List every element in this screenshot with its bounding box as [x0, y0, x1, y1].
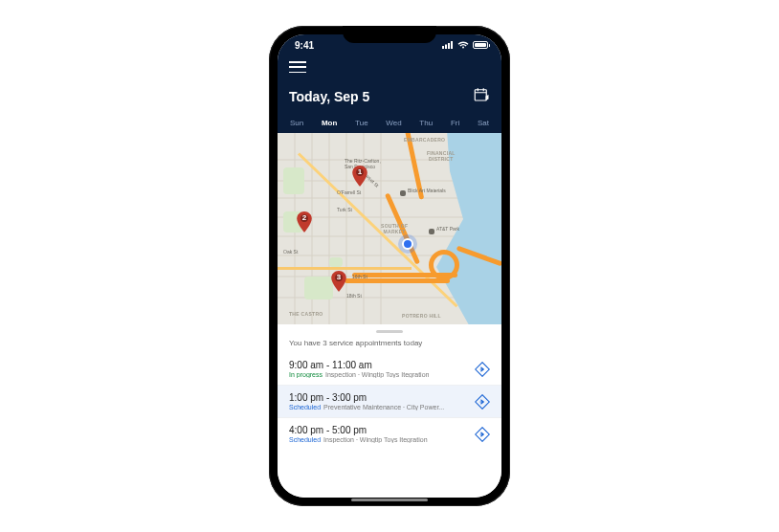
phone-frame: 9:41 Today, Sep 5: [269, 26, 510, 506]
signal-icon: [442, 41, 454, 49]
status-time: 9:41: [295, 40, 314, 51]
map-park: [329, 257, 343, 267]
day-tab-mon[interactable]: Mon: [321, 117, 338, 129]
day-tab-sun[interactable]: Sun: [289, 117, 304, 129]
map-pin[interactable]: 3: [331, 271, 346, 292]
map-pin[interactable]: 2: [297, 211, 312, 233]
appointment-subtitle: In progressInspection · Wingtip Toys Ite…: [289, 371, 467, 378]
map-neighborhood-label: SOUTH OF MARKET: [381, 223, 408, 234]
svg-rect-1: [445, 45, 447, 50]
map-neighborhood-label: EMBARCADERO: [404, 137, 445, 143]
day-tab-wed[interactable]: Wed: [385, 117, 402, 129]
appointment-item[interactable]: 1:00 pm - 3:00 pmScheduledPreventative M…: [278, 386, 501, 418]
map-street-label: Oak St: [283, 250, 298, 255]
svg-rect-4: [475, 90, 486, 100]
appointment-item[interactable]: 9:00 am - 11:00 amIn progressInspection …: [278, 353, 501, 386]
appointment-time: 4:00 pm - 5:00 pm: [289, 425, 467, 435]
sheet-summary: You have 3 service appointments today: [278, 337, 501, 353]
map-pin[interactable]: 1: [352, 166, 367, 187]
appointment-time: 9:00 am - 11:00 am: [289, 360, 467, 370]
appointment-status: Scheduled: [289, 436, 321, 443]
battery-icon: [473, 41, 488, 49]
directions-icon[interactable]: [475, 427, 490, 442]
map-poi-icon: [429, 229, 434, 234]
screen: 9:41 Today, Sep 5: [278, 34, 501, 498]
appointments-sheet: You have 3 service appointments today 9:…: [278, 324, 501, 498]
appointment-status: In progress: [289, 371, 323, 378]
wifi-icon: [457, 41, 469, 49]
directions-icon[interactable]: [475, 362, 490, 377]
appointment-subtitle: ScheduledPreventative Maintenance · City…: [289, 404, 467, 410]
map-street-label: 18th St: [346, 294, 362, 299]
map-street-label: O'Farrell St: [337, 190, 361, 196]
map-neighborhood-label: FINANCIAL DISTRICT: [427, 150, 456, 162]
appointments-list: 9:00 am - 11:00 amIn progressInspection …: [278, 353, 501, 450]
current-location-marker: [402, 238, 413, 250]
map-street-label: Turk St: [337, 208, 352, 213]
sheet-drag-handle[interactable]: [376, 330, 403, 333]
map-neighborhood-label: THE CASTRO: [289, 311, 323, 317]
status-icons: [442, 41, 488, 49]
day-tabs: SunMonTueWedThuFriSat: [289, 117, 490, 133]
home-indicator[interactable]: [351, 499, 428, 501]
map-neighborhood-label: POTRERO HILL: [402, 313, 441, 319]
map-park: [283, 167, 304, 194]
appointment-subtitle: ScheduledInspection · Wingtip Toys Itegr…: [289, 436, 467, 443]
map-park: [304, 277, 333, 299]
page-title: Today, Sep 5: [289, 89, 369, 104]
map-view[interactable]: EMBARCADERO FINANCIAL DISTRICT SOUTH OF …: [278, 133, 501, 324]
map-road: [278, 267, 412, 270]
appointment-status: Scheduled: [289, 404, 321, 410]
svg-rect-0: [442, 46, 444, 49]
appointment-item[interactable]: 4:00 pm - 5:00 pmScheduledInspection · W…: [278, 418, 501, 450]
map-poi-label: AT&T Park: [436, 227, 459, 233]
day-tab-fri[interactable]: Fri: [450, 117, 460, 129]
device-notch: [343, 26, 436, 43]
svg-rect-2: [448, 43, 450, 49]
day-tab-sat[interactable]: Sat: [477, 117, 490, 129]
map-poi-icon: [400, 190, 406, 196]
menu-button[interactable]: [289, 61, 306, 73]
svg-rect-3: [451, 41, 453, 49]
map-highway-loop: [429, 250, 459, 280]
stage: 9:41 Today, Sep 5: [0, 0, 779, 532]
day-tab-thu[interactable]: Thu: [418, 117, 434, 129]
app-bar: Today, Sep 5 SunMonTueWedThuFriSat: [278, 55, 501, 133]
appointment-time: 1:00 pm - 3:00 pm: [289, 392, 467, 403]
day-tab-tue[interactable]: Tue: [354, 117, 369, 129]
directions-icon[interactable]: [475, 394, 490, 410]
map-street-label: 16th St: [352, 275, 367, 280]
map-poi-label: Blick Art Materials: [408, 188, 446, 194]
calendar-button[interactable]: [473, 86, 490, 107]
